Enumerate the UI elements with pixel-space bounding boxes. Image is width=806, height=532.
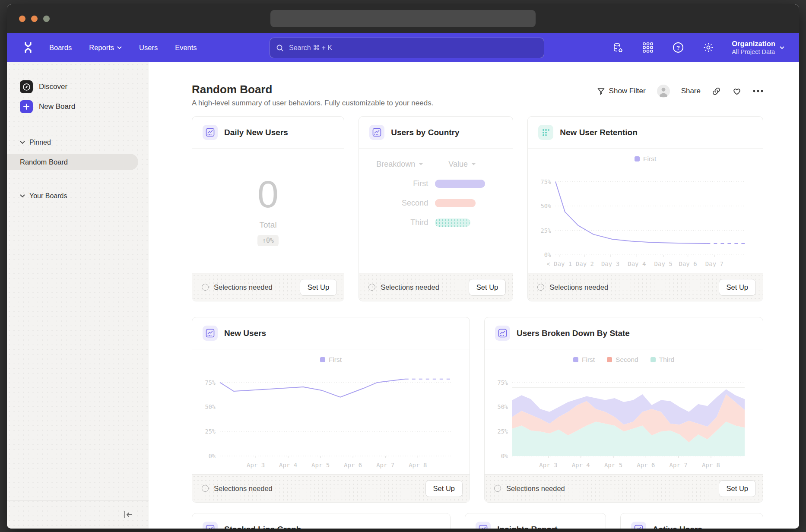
org-switcher[interactable]: Organization All Project Data (732, 39, 784, 56)
svg-text:Apr 8: Apr 8 (702, 462, 720, 469)
sidebar: Discover New Board Pinned Random Board Y… (7, 62, 149, 529)
caret-down-icon (419, 163, 423, 166)
country-bar (435, 199, 476, 207)
breakdown-dropdown[interactable]: Breakdown (376, 160, 423, 169)
nav-item-events[interactable]: Events (175, 44, 197, 52)
legend-swatch (607, 357, 612, 362)
set-up-button[interactable]: Set Up (719, 480, 756, 497)
status-circle-icon (537, 284, 544, 291)
svg-text:50%: 50% (205, 403, 216, 410)
set-up-button[interactable]: Set Up (719, 279, 756, 296)
line-chart-icon (476, 522, 491, 529)
nav-right-cluster: ? Organization All Project Data (611, 39, 784, 56)
global-search[interactable] (270, 38, 544, 58)
users-by-state-chart: 75%50%25%0%Apr 3Apr 4Apr 5Apr 6Apr 7Apr … (488, 367, 756, 471)
nav-item-users[interactable]: Users (139, 44, 158, 52)
card-new-users: New Users First 75%50%25%0%Apr 3Apr 4Apr… (192, 317, 470, 503)
sidebar-item-random-board[interactable]: Random Board (7, 154, 138, 170)
svg-text:Day 3: Day 3 (601, 260, 619, 267)
board-main: Random Board A high-level summary of use… (149, 62, 799, 529)
country-column-headers: Breakdown Value (359, 160, 513, 169)
svg-text:0%: 0% (501, 453, 508, 459)
app-window: Boards Reports Users Events (7, 4, 799, 529)
legend-item[interactable]: First (635, 155, 656, 163)
legend-swatch (651, 357, 656, 362)
status-circle-icon (494, 485, 501, 492)
apps-grid-icon[interactable] (641, 41, 655, 54)
browser-address-bar[interactable] (270, 10, 536, 27)
card-active-users: Active Users (620, 513, 763, 529)
metric-label: Total (260, 220, 277, 230)
chevron-down-icon (117, 46, 122, 49)
svg-text:25%: 25% (205, 428, 216, 435)
set-up-button[interactable]: Set Up (425, 480, 463, 497)
show-filter-button[interactable]: Show Filter (597, 87, 646, 95)
search-input[interactable] (288, 44, 538, 52)
nav-item-reports[interactable]: Reports (89, 44, 122, 52)
sidebar-item-new-board[interactable]: New Board (7, 97, 149, 117)
sidebar-section-pinned[interactable]: Pinned (7, 134, 149, 151)
sidebar-section-your-boards[interactable]: Your Boards (7, 187, 149, 205)
nav-item-boards[interactable]: Boards (49, 44, 72, 52)
svg-text:Day 5: Day 5 (654, 260, 673, 267)
svg-text:Apr 4: Apr 4 (279, 462, 297, 469)
country-row: Second (359, 199, 513, 208)
svg-text:Apr 7: Apr 7 (376, 462, 394, 469)
card-stacked-line-graph: Stacked Line Graph (192, 513, 451, 529)
traffic-light-2[interactable] (31, 16, 38, 22)
legend-item[interactable]: Third (651, 356, 674, 364)
legend-item[interactable]: First (573, 356, 595, 364)
avatar[interactable] (657, 85, 670, 98)
settings-gear-icon[interactable] (701, 41, 715, 54)
chevron-down-icon (20, 141, 25, 144)
country-bar (435, 218, 470, 227)
caret-down-icon (471, 163, 476, 166)
mixpanel-logo[interactable] (22, 41, 35, 54)
traffic-light-3[interactable] (43, 16, 50, 22)
copy-link-icon[interactable] (712, 87, 721, 96)
legend-item[interactable]: First (320, 356, 342, 364)
chart-legend: First (528, 151, 763, 167)
chart-legend: First (192, 352, 470, 367)
board-header: Random Board A high-level summary of use… (192, 83, 763, 108)
svg-text:75%: 75% (541, 178, 551, 185)
traffic-light-1[interactable] (19, 16, 25, 22)
legend-swatch (573, 357, 578, 362)
data-management-icon[interactable] (611, 41, 625, 54)
svg-text:Apr 7: Apr 7 (670, 462, 688, 469)
chevron-down-icon (20, 194, 25, 198)
share-button[interactable]: Share (681, 87, 701, 95)
plus-icon (20, 100, 33, 113)
card-title: Insights Report (497, 525, 557, 529)
set-up-button[interactable]: Set Up (300, 279, 337, 296)
metric-delta-badge: ↑0% (257, 235, 279, 246)
set-up-button[interactable]: Set Up (469, 279, 506, 296)
page-subtitle: A high-level summary of user behaviors. … (192, 99, 433, 108)
svg-text:Day 7: Day 7 (705, 260, 723, 267)
value-dropdown[interactable]: Value (448, 160, 476, 169)
retention-chart: 75%50%25%0%< Day 1Day 2Day 3Day 4Day 5Da… (531, 167, 756, 269)
svg-text:Day 6: Day 6 (679, 260, 697, 267)
more-options-icon[interactable] (753, 90, 763, 92)
card-footer: Selections needed Set Up (528, 273, 763, 301)
svg-text:Apr 5: Apr 5 (604, 462, 622, 469)
card-footer: Selections needed Set Up (485, 474, 763, 502)
help-icon[interactable]: ? (671, 41, 685, 54)
retention-grid-icon (538, 125, 553, 140)
line-chart-icon (203, 522, 218, 529)
collapse-sidebar-icon[interactable] (121, 507, 136, 522)
page-title: Random Board (192, 83, 433, 96)
search-icon (276, 44, 284, 52)
card-title: Users Broken Down By State (517, 329, 630, 338)
sidebar-item-discover[interactable]: Discover (7, 77, 149, 97)
country-row: First (359, 179, 513, 188)
svg-text:Apr 8: Apr 8 (409, 462, 427, 469)
card-daily-new-users: Daily New Users 0 Total ↑0% Selections n… (192, 116, 344, 301)
svg-text:0%: 0% (209, 453, 216, 459)
card-footer: Selections needed Set Up (192, 273, 344, 301)
favorite-heart-icon[interactable] (732, 87, 742, 95)
svg-text:Apr 3: Apr 3 (247, 462, 265, 469)
legend-item[interactable]: Second (607, 356, 638, 364)
traffic-lights (19, 16, 50, 22)
svg-text:50%: 50% (541, 203, 551, 209)
